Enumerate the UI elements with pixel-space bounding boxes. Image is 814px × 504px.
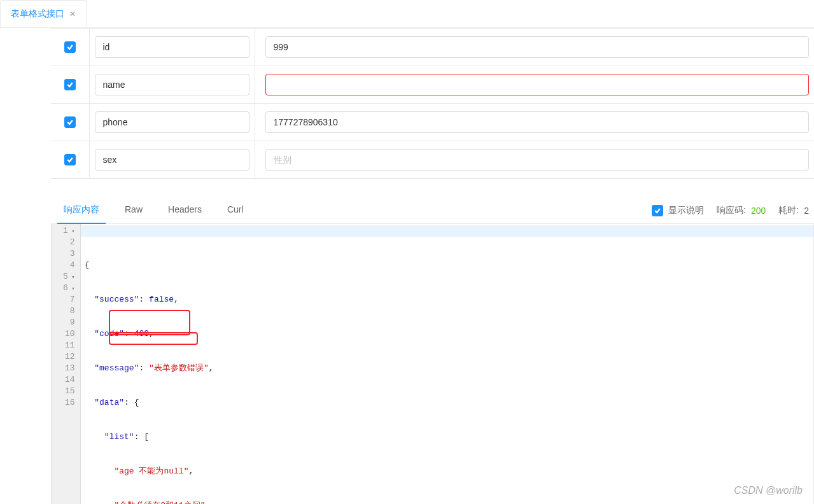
param-key-input[interactable] [95,111,249,133]
checkbox[interactable] [64,79,76,90]
resp-time-value: 2 [804,206,809,216]
tab-headers[interactable]: Headers [168,198,202,223]
table-row [51,104,814,141]
tab-response-content[interactable]: 响应内容 [64,198,99,223]
resp-code-label: 响应码: [717,205,746,216]
code-body[interactable]: { "success": false, "code": 400, "messag… [81,224,813,504]
resp-time-label: 耗时: [778,205,799,216]
tab-label: 表单格式接口 [11,8,64,20]
tab-curl[interactable]: Curl [227,198,244,223]
show-desc-label: 显示说明 [668,205,704,216]
checkbox-show-desc[interactable] [652,205,663,216]
param-value-input[interactable] [265,111,810,133]
table-row [51,66,814,104]
params-table [51,28,814,179]
param-value-input[interactable] [265,74,810,95]
table-row [51,29,814,66]
param-key-input[interactable] [95,74,249,95]
param-key-input[interactable] [95,149,249,171]
line-gutter: 12345678910111213141516 [52,224,81,504]
close-icon[interactable]: ✕ [69,10,76,18]
checkbox[interactable] [64,41,76,53]
checkbox[interactable] [64,154,76,165]
param-value-input[interactable] [265,149,810,171]
param-value-input[interactable] [265,36,810,58]
checkbox[interactable] [64,116,76,128]
table-row [51,141,814,179]
param-key-input[interactable] [95,36,249,58]
response-json-viewer: 12345678910111213141516 { "success": fal… [51,224,814,504]
tab-raw[interactable]: Raw [125,198,143,223]
resp-code-value: 200 [751,206,766,216]
tab-form-interface[interactable]: 表单格式接口 ✕ [0,0,87,27]
